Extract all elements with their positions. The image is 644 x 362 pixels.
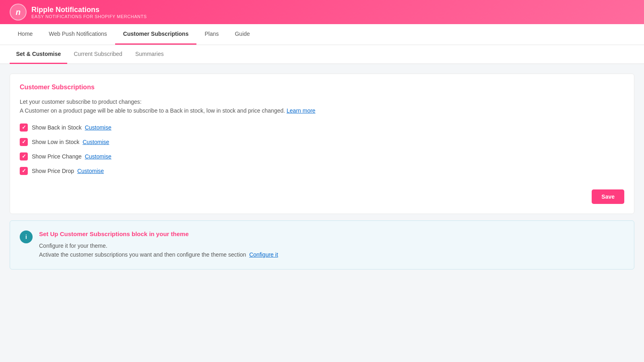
card-description: Let your customer subscribe to product c… (20, 97, 624, 115)
nav-item-plans[interactable]: Plans (196, 24, 227, 45)
checkbox-label-price-change: Show Price Change Customise (32, 153, 111, 160)
tab-set-customise[interactable]: Set & Customise (10, 45, 67, 64)
configure-it-link[interactable]: Configure it (249, 251, 278, 258)
customer-subscriptions-card: Customer Subscriptions Let your customer… (10, 74, 634, 214)
app-name: Ripple Notifications (31, 6, 147, 14)
info-card: i Set Up Customer Subscriptions block in… (10, 220, 634, 269)
checkbox-row-price-drop: Show Price Drop Customise (20, 167, 624, 175)
tab-current-subscribed[interactable]: Current Subscribed (67, 45, 129, 64)
info-card-title: Set Up Customer Subscriptions block in y… (39, 230, 278, 237)
header-text: Ripple Notifications EASY NOTIFICATIONS … (31, 6, 147, 19)
tab-summaries[interactable]: Summaries (129, 45, 170, 64)
info-card-content: Set Up Customer Subscriptions block in y… (39, 230, 278, 259)
main-nav: Home Web Push Notifications Customer Sub… (0, 24, 644, 45)
sub-nav: Set & Customise Current Subscribed Summa… (0, 45, 644, 64)
logo-container: n Ripple Notifications EASY NOTIFICATION… (10, 4, 147, 21)
nav-item-guide[interactable]: Guide (227, 24, 258, 45)
checkbox-label-low-in-stock: Show Low in Stock Customise (32, 139, 109, 145)
customise-price-change-link[interactable]: Customise (85, 153, 111, 160)
customise-back-in-stock-link[interactable]: Customise (85, 124, 111, 131)
app-tagline: EASY NOTIFICATIONS FOR SHOPIFY MERCHANTS (31, 14, 147, 19)
checkbox-label-price-drop: Show Price Drop Customise (32, 168, 104, 174)
desc-line2: A Customer on a product page will be abl… (20, 107, 285, 114)
nav-item-home[interactable]: Home (10, 24, 41, 45)
checkbox-row-price-change: Show Price Change Customise (20, 152, 624, 160)
nav-item-customer-subscriptions[interactable]: Customer Subscriptions (115, 24, 197, 45)
info-icon: i (20, 230, 33, 243)
customise-low-in-stock-link[interactable]: Customise (83, 139, 109, 145)
checkbox-low-in-stock[interactable] (20, 138, 28, 146)
save-button[interactable]: Save (592, 189, 624, 204)
checkbox-price-drop[interactable] (20, 167, 28, 175)
nav-item-web-push[interactable]: Web Push Notifications (41, 24, 115, 45)
info-card-description: Configure it for your theme. Activate th… (39, 241, 278, 259)
customise-price-drop-link[interactable]: Customise (77, 168, 104, 174)
desc-line1: Let your customer subscribe to product c… (20, 99, 142, 105)
checkbox-back-in-stock[interactable] (20, 123, 28, 132)
main-content: Customer Subscriptions Let your customer… (0, 64, 644, 279)
checkbox-label-back-in-stock: Show Back in Stock Customise (32, 124, 111, 131)
card-title: Customer Subscriptions (20, 84, 624, 91)
card-footer: Save (20, 183, 624, 204)
app-header: n Ripple Notifications EASY NOTIFICATION… (0, 0, 644, 24)
info-desc-line1: Configure it for your theme. (39, 243, 107, 249)
logo-icon: n (10, 4, 27, 21)
checkbox-price-change[interactable] (20, 152, 28, 160)
learn-more-link[interactable]: Learn more (287, 107, 316, 114)
checkbox-row-low-in-stock: Show Low in Stock Customise (20, 138, 624, 146)
info-desc-line2: Activate the customer subscriptions you … (39, 251, 246, 258)
checkbox-row-back-in-stock: Show Back in Stock Customise (20, 123, 624, 132)
